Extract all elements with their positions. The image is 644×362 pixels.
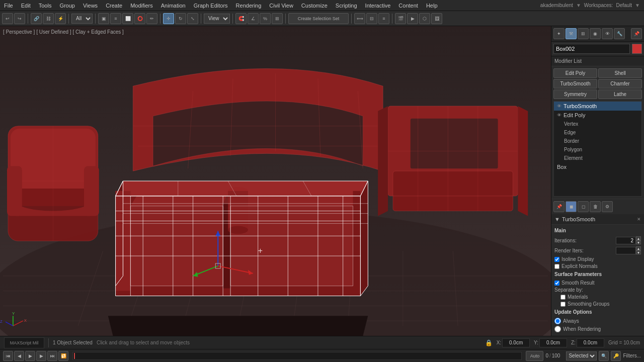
- filters-label[interactable]: Filters...: [623, 353, 641, 358]
- menu-graph-editors[interactable]: Graph Editors: [190, 3, 232, 9]
- percent-snap-btn[interactable]: %: [260, 13, 271, 24]
- stack-box[interactable]: Box: [554, 162, 641, 171]
- edit-poly-btn[interactable]: Edit Poly: [553, 68, 597, 78]
- menu-customize[interactable]: Customize: [297, 3, 332, 9]
- delete-modifier-btn[interactable]: 🗑: [590, 201, 601, 212]
- menu-group[interactable]: Group: [55, 3, 79, 9]
- pin-btn[interactable]: 📌: [631, 28, 642, 39]
- turbosm-btn[interactable]: TurboSmooth: [553, 79, 597, 88]
- maxscript-mini[interactable]: MAXScript Mil: [4, 337, 44, 348]
- z-input[interactable]: [577, 338, 604, 347]
- motion-tab[interactable]: ◉: [590, 28, 601, 39]
- pin-stack-btn[interactable]: 📌: [553, 201, 565, 212]
- smoothing-groups-checkbox[interactable]: [560, 302, 566, 307]
- link-btn[interactable]: 🔗: [31, 13, 42, 24]
- eye-icon-turbosm[interactable]: 👁: [557, 104, 561, 109]
- spinner-snap-btn[interactable]: ⊞: [272, 13, 283, 24]
- menu-content[interactable]: Content: [394, 3, 422, 9]
- circle-sel-btn[interactable]: ⭕: [134, 13, 145, 24]
- hierarchy-tab[interactable]: ⊞: [578, 28, 589, 39]
- selected-select[interactable]: Selected: [566, 351, 597, 360]
- menu-scripting[interactable]: Scripting: [332, 3, 361, 9]
- undo-btn[interactable]: ↩: [2, 13, 13, 24]
- iter-down[interactable]: ▼: [636, 240, 641, 244]
- next-frame-btn[interactable]: ▶: [36, 351, 46, 361]
- iterations-input[interactable]: [616, 237, 636, 244]
- menu-animation[interactable]: Animation: [157, 3, 190, 9]
- mirror-btn[interactable]: ⟺: [354, 13, 365, 24]
- go-start-btn[interactable]: ⏮: [3, 351, 13, 361]
- materials-checkbox[interactable]: [560, 295, 566, 300]
- stack-polygon[interactable]: Polygon: [554, 145, 641, 154]
- auto-key-btn[interactable]: Auto: [526, 351, 543, 361]
- modify-tab[interactable]: ⚒: [566, 28, 577, 39]
- utilities-tab[interactable]: 🔧: [614, 28, 625, 39]
- redo-btn[interactable]: ↪: [14, 13, 25, 24]
- render-iters-input[interactable]: [616, 247, 636, 254]
- stack-element[interactable]: Element: [554, 154, 641, 162]
- when-rendering-radio[interactable]: [554, 326, 561, 332]
- show-end-btn[interactable]: ◼: [566, 201, 577, 212]
- stack-edge[interactable]: Edge: [554, 128, 641, 137]
- menu-civil-view[interactable]: Civil View: [265, 3, 297, 9]
- scale-btn[interactable]: ⤡: [187, 13, 198, 24]
- loop-btn[interactable]: 🔁: [58, 351, 68, 361]
- menu-rendering[interactable]: Rendering: [232, 3, 266, 9]
- layer-btn[interactable]: ≡: [378, 13, 389, 24]
- shell-btn[interactable]: Shell: [598, 68, 642, 78]
- y-input[interactable]: [539, 338, 567, 347]
- create-tab[interactable]: ✦: [553, 28, 565, 39]
- always-radio[interactable]: [554, 318, 561, 324]
- stack-editpoly[interactable]: 👁 Edit Poly: [554, 111, 641, 120]
- stack-turbosm[interactable]: 👁 TurboSmooth: [554, 102, 641, 111]
- menu-interactive[interactable]: Interactive: [361, 3, 395, 9]
- menu-help[interactable]: Help: [422, 3, 442, 9]
- menu-tools[interactable]: Tools: [35, 3, 56, 9]
- isoline-checkbox[interactable]: [554, 257, 559, 262]
- filter-select[interactable]: All: [71, 14, 93, 24]
- fence-sel-btn[interactable]: ✏: [146, 13, 157, 24]
- prev-frame-btn[interactable]: ◀: [14, 351, 24, 361]
- menu-edit[interactable]: Edit: [17, 3, 35, 9]
- rotate-btn[interactable]: ↻: [175, 13, 186, 24]
- render-setup-btn[interactable]: 🎬: [395, 13, 406, 24]
- x-input[interactable]: [502, 338, 530, 347]
- search-anim-btn[interactable]: 🔍: [599, 351, 609, 361]
- object-name-input[interactable]: [553, 44, 630, 54]
- render-frame-btn[interactable]: 🖼: [431, 13, 442, 24]
- go-end-btn[interactable]: ⏭: [47, 351, 57, 361]
- menu-create[interactable]: Create: [102, 3, 126, 9]
- bind-btn[interactable]: ⚡: [55, 13, 66, 24]
- menu-views[interactable]: Views: [79, 3, 102, 9]
- play-btn[interactable]: ▶: [25, 351, 35, 361]
- rect-sel-btn[interactable]: ⬜: [122, 13, 133, 24]
- key-filter-btn[interactable]: 🔑: [611, 351, 621, 361]
- show-before-btn[interactable]: ◻: [578, 201, 589, 212]
- stack-vertex[interactable]: Vertex: [554, 120, 641, 128]
- iter-up[interactable]: ▲: [636, 236, 641, 240]
- select-name-btn[interactable]: ≡: [110, 13, 121, 24]
- display-tab[interactable]: 👁: [602, 28, 613, 39]
- smooth-result-checkbox[interactable]: [554, 281, 559, 286]
- timeline[interactable]: [72, 352, 522, 360]
- unlink-btn[interactable]: ⛓: [43, 13, 54, 24]
- config-modifier-btn[interactable]: ⚙: [602, 201, 613, 212]
- lock-icon[interactable]: 🔒: [485, 339, 493, 346]
- symmetry-btn[interactable]: Symmetry: [553, 89, 597, 99]
- menu-modifiers[interactable]: Modifiers: [126, 3, 157, 9]
- turbosm-header[interactable]: ▼ TurboSmooth ✕: [551, 214, 644, 225]
- view-select[interactable]: View: [204, 14, 230, 24]
- chamfer-btn[interactable]: Chamfer: [598, 79, 642, 88]
- create-sel-btn[interactable]: Create Selection Set: [288, 13, 349, 24]
- align-btn[interactable]: ⊟: [366, 13, 377, 24]
- move-btn[interactable]: ✛: [163, 13, 174, 24]
- viewport[interactable]: [ Perspective ] [ User Defined ] [ Clay …: [0, 26, 551, 336]
- snap-btn[interactable]: 🧲: [235, 13, 247, 24]
- mat-editor-btn[interactable]: ⬡: [419, 13, 430, 24]
- lathe-btn[interactable]: Lathe: [598, 89, 642, 99]
- turbosm-close[interactable]: ✕: [637, 217, 641, 222]
- angle-snap-btn[interactable]: ∠: [248, 13, 259, 24]
- object-color-box[interactable]: [632, 44, 642, 54]
- eye-icon-editpoly[interactable]: 👁: [557, 113, 561, 118]
- select-btn[interactable]: ▣: [98, 13, 109, 24]
